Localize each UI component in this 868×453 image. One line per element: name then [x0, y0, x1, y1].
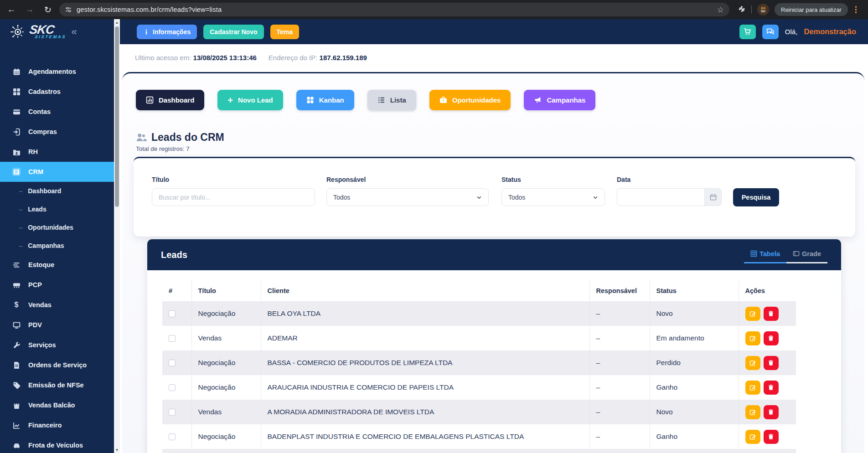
edit-button[interactable]	[745, 307, 760, 321]
folder-user-icon	[12, 148, 21, 156]
cart-button[interactable]	[739, 25, 756, 39]
row-checkbox[interactable]	[169, 384, 176, 391]
data-input[interactable]	[617, 188, 704, 206]
brand-logo[interactable]: SKC SISTEMAS «	[0, 24, 114, 40]
scrollbar-thumb[interactable]	[115, 26, 119, 207]
car-icon	[12, 441, 21, 449]
url-text[interactable]: gestor.skcsistemas.com.br/crm/leads?view…	[77, 6, 713, 13]
delete-button[interactable]	[764, 356, 779, 370]
edit-icon	[749, 433, 756, 440]
edit-button[interactable]	[745, 381, 760, 395]
tab-kanban[interactable]: Kanban	[296, 90, 354, 110]
responsavel-label: Responsável	[326, 176, 366, 183]
sidebar-item-rh[interactable]: RH	[0, 142, 114, 162]
address-bar[interactable]: gestor.skcsistemas.com.br/crm/leads?view…	[59, 3, 729, 16]
calendar-addon-button[interactable]	[704, 188, 722, 206]
table-row: Vendas A MORADIA ADMINISTRADORA DE IMOVE…	[162, 400, 796, 424]
sidebar-item-estoque[interactable]: Estoque	[0, 255, 114, 275]
bookmark-star-icon[interactable]: ☆	[717, 5, 724, 15]
leads-panel-header: Leads Tabela Grade	[147, 239, 841, 270]
brand-subtitle: SISTEMAS	[35, 35, 67, 39]
reload-icon[interactable]: ↻	[41, 3, 55, 16]
sidebar-item-servicos[interactable]: Serviços	[0, 335, 114, 355]
profile-avatar[interactable]: AG SO	[757, 4, 769, 15]
leads-panel: Leads Tabela Grade	[147, 239, 841, 453]
stream-icon	[12, 261, 21, 269]
view-toggle-tabela[interactable]: Tabela	[744, 247, 786, 263]
edit-icon	[749, 310, 756, 317]
sidebar-item-crm[interactable]: CRM	[0, 162, 114, 182]
forward-icon[interactable]: →	[23, 3, 36, 16]
table-icon	[750, 250, 757, 257]
titulo-label: Título	[152, 176, 169, 183]
edit-button[interactable]	[745, 331, 760, 345]
row-checkbox[interactable]	[169, 335, 176, 342]
scrollbar-down-icon[interactable]: ▼	[114, 447, 120, 453]
sidebar-item-crm-oportunidades[interactable]: Oportunidades	[0, 218, 114, 237]
wrench-icon	[12, 341, 21, 349]
sidebar-item-pcp[interactable]: PCP	[0, 275, 114, 295]
chat-button[interactable]	[762, 25, 779, 39]
trash-icon	[768, 433, 774, 440]
edit-icon	[749, 335, 756, 342]
username-link[interactable]: Demonstração	[804, 27, 856, 36]
sidebar-item-crm-campanhas[interactable]: Campanhas	[0, 237, 114, 255]
site-settings-icon[interactable]	[65, 6, 72, 13]
back-icon[interactable]: ←	[5, 3, 18, 16]
restart-to-update-button[interactable]: Reiniciar para atualizar	[775, 3, 848, 16]
informacoes-button[interactable]: Informações	[137, 25, 197, 39]
tab-novo-lead[interactable]: + Novo Lead	[217, 90, 283, 110]
sidebar-item-agendamentos[interactable]: Agendamentos	[0, 62, 114, 82]
tab-lista[interactable]: Lista	[367, 90, 416, 110]
delete-button[interactable]	[764, 430, 779, 444]
dollar-icon: $	[12, 301, 21, 309]
sidebar-item-crm-leads[interactable]: Leads	[0, 200, 114, 218]
delete-button[interactable]	[764, 381, 779, 395]
extensions-icon[interactable]	[738, 5, 746, 14]
status-select[interactable]: Todos	[501, 188, 605, 206]
edit-button[interactable]	[745, 405, 760, 419]
delete-button[interactable]	[764, 307, 779, 321]
sidebar-collapse-icon[interactable]: «	[72, 26, 77, 38]
row-checkbox[interactable]	[169, 433, 176, 440]
row-checkbox[interactable]	[169, 360, 176, 366]
sidebar-item-vendas[interactable]: $ Vendas	[0, 295, 114, 315]
browser-menu-icon[interactable]	[853, 4, 859, 15]
truck-icon	[12, 281, 21, 289]
edit-button[interactable]	[745, 356, 760, 370]
chevron-down-icon	[593, 195, 598, 200]
last-access-value: 13/08/2025 13:13:46	[193, 54, 257, 62]
delete-button[interactable]	[764, 331, 779, 345]
view-toggle-grade[interactable]: Grade	[786, 247, 827, 263]
tab-campanhas[interactable]: Campanhas	[524, 90, 595, 110]
desktop-icon	[12, 321, 21, 329]
table-row-partial	[162, 449, 796, 453]
sidebar-item-cadastros[interactable]: Cadastros	[0, 82, 114, 102]
sidebar-item-compras[interactable]: Compras	[0, 122, 114, 142]
row-checkbox[interactable]	[169, 409, 176, 416]
tab-dashboard[interactable]: Dashboard	[136, 90, 204, 110]
sidebar-item-ordens-de-servico[interactable]: Ordens de Serviço	[0, 355, 114, 375]
pesquisa-button[interactable]: Pesquisa	[733, 188, 779, 206]
edit-icon	[749, 409, 756, 416]
sidebar-item-pdv[interactable]: PDV	[0, 315, 114, 335]
sidebar-item-financeiro[interactable]: Financeiro	[0, 415, 114, 435]
sidebar-item-contas[interactable]: Contas	[0, 102, 114, 122]
sidebar-item-frota-de-veiculos[interactable]: Frota de Veículos	[0, 435, 114, 453]
trash-icon	[768, 409, 774, 415]
sidebar-item-emissao-nfse[interactable]: Emissão de NFSe	[0, 375, 114, 395]
tab-oportunidades[interactable]: Oportunidades	[429, 90, 511, 110]
delete-button[interactable]	[764, 405, 779, 419]
edit-button[interactable]	[745, 430, 760, 444]
cadastrar-novo-button[interactable]: Cadastrar Novo	[203, 25, 264, 39]
scrollbar-up-icon[interactable]: ▲	[114, 19, 120, 26]
sidebar-item-crm-dashboard[interactable]: Dashboard	[0, 182, 114, 200]
sidebar-item-vendas-balcao[interactable]: Vendas Balcão	[0, 395, 114, 415]
status-value: Ganho	[650, 375, 739, 400]
tema-button[interactable]: Tema	[270, 25, 300, 39]
row-checkbox[interactable]	[169, 310, 176, 317]
briefcase-icon	[439, 96, 447, 104]
titulo-search-input[interactable]	[152, 188, 315, 206]
sidebar-scrollbar[interactable]: ▲ ▼	[114, 19, 120, 453]
responsavel-select[interactable]: Todos	[326, 188, 489, 206]
